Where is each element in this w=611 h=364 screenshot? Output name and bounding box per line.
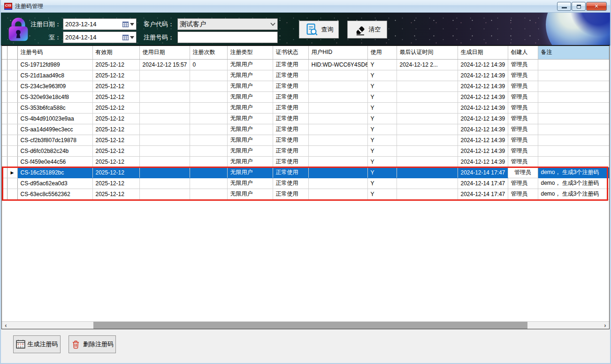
table-cell[interactable]: 2025-12-12 bbox=[92, 156, 139, 167]
table-cell[interactable]: 正常使用 bbox=[273, 81, 308, 91]
table-cell[interactable] bbox=[190, 167, 227, 178]
table-cell[interactable]: 正常使用 bbox=[273, 167, 308, 178]
table-cell[interactable]: CS-16c251892bc bbox=[17, 167, 92, 178]
table-cell[interactable] bbox=[538, 102, 609, 113]
table-cell[interactable] bbox=[308, 113, 367, 124]
table-cell[interactable]: CS-cf2b3f807dc19878 bbox=[17, 135, 92, 145]
table-cell[interactable] bbox=[397, 70, 458, 81]
table-cell[interactable]: Y bbox=[367, 91, 397, 102]
column-header-生成日期[interactable]: 生成日期 bbox=[458, 46, 508, 59]
table-cell[interactable]: 2024-12-12 14:39 bbox=[458, 145, 508, 156]
table-cell[interactable]: 2025-12-12 bbox=[92, 189, 139, 199]
table-cell[interactable] bbox=[397, 102, 458, 113]
table-cell[interactable]: CS-19712fd989 bbox=[17, 59, 92, 70]
table-cell[interactable] bbox=[190, 156, 227, 167]
table-cell[interactable]: 2024-12-12 2... bbox=[397, 59, 458, 70]
table-cell[interactable]: demo， 生成3个注册码 bbox=[538, 189, 609, 199]
table-row[interactable]: CS-f459e0e44c562025-12-12无限用户正常使用Y2024-1… bbox=[2, 156, 609, 167]
table-cell[interactable]: 管理员 bbox=[508, 135, 538, 145]
table-cell[interactable] bbox=[308, 145, 367, 156]
table-cell[interactable] bbox=[308, 124, 367, 135]
table-cell[interactable]: 正常使用 bbox=[273, 102, 308, 113]
table-cell[interactable]: 2025-12-12 bbox=[92, 81, 139, 91]
table-cell[interactable] bbox=[139, 124, 190, 135]
table-cell[interactable]: Y bbox=[367, 189, 397, 199]
table-cell[interactable]: 管理员 bbox=[508, 156, 538, 167]
reg-number-input[interactable] bbox=[180, 32, 275, 43]
table-cell[interactable]: 2024-12-14 17:47 bbox=[458, 178, 508, 189]
table-cell[interactable]: 正常使用 bbox=[273, 145, 308, 156]
table-cell[interactable]: 管理员 bbox=[508, 178, 538, 189]
table-cell[interactable] bbox=[139, 102, 190, 113]
column-header-证书状态[interactable]: 证书状态 bbox=[273, 46, 308, 59]
table-cell[interactable] bbox=[190, 124, 227, 135]
table-cell[interactable] bbox=[397, 167, 458, 178]
table-cell[interactable] bbox=[308, 156, 367, 167]
table-cell[interactable]: Y bbox=[367, 70, 397, 81]
table-cell[interactable]: 2024-12-12 14:39 bbox=[458, 70, 508, 81]
table-cell[interactable]: CS-4b4d910023e9aa bbox=[17, 113, 92, 124]
table-cell[interactable] bbox=[308, 167, 367, 178]
table-cell[interactable]: 0 bbox=[190, 59, 227, 70]
table-cell[interactable] bbox=[190, 189, 227, 199]
table-cell[interactable] bbox=[190, 70, 227, 81]
table-cell[interactable]: 正常使用 bbox=[273, 124, 308, 135]
table-cell[interactable]: 管理员 bbox=[508, 102, 538, 113]
table-cell[interactable] bbox=[139, 167, 190, 178]
date-from-field[interactable]: 2023-12-14 bbox=[63, 18, 137, 30]
table-cell[interactable]: CS-21d1aad49c8 bbox=[17, 70, 92, 81]
column-header-用户HID[interactable]: 用户HID bbox=[308, 46, 367, 59]
customer-code-select[interactable]: 测试客户 bbox=[177, 18, 278, 30]
table-cell[interactable]: 2024-12-12 14:39 bbox=[458, 124, 508, 135]
table-cell[interactable]: 无限用户 bbox=[227, 135, 273, 145]
table-cell[interactable]: 2025-12-12 bbox=[92, 91, 139, 102]
table-cell[interactable]: 正常使用 bbox=[273, 189, 308, 199]
table-cell[interactable] bbox=[308, 81, 367, 91]
maximize-button[interactable] bbox=[572, 2, 586, 11]
table-cell[interactable]: 无限用户 bbox=[227, 124, 273, 135]
horizontal-scrollbar[interactable]: ‹ › bbox=[2, 321, 609, 329]
table-row[interactable]: CS-d95ac62ea0d32025-12-12无限用户正常使用Y2024-1… bbox=[2, 178, 609, 189]
query-button[interactable]: 查询 bbox=[299, 21, 339, 38]
table-cell[interactable]: HID:WD-WCC6Y4SD6A... bbox=[308, 59, 367, 70]
delete-code-button[interactable]: 删除注册码 bbox=[69, 335, 116, 353]
table-cell[interactable] bbox=[308, 189, 367, 199]
table-cell[interactable]: 管理员 bbox=[508, 70, 538, 81]
column-header-有效期[interactable]: 有效期 bbox=[92, 46, 139, 59]
table-cell[interactable]: 2024-12-12 14:39 bbox=[458, 135, 508, 145]
table-cell[interactable]: 无限用户 bbox=[227, 167, 273, 178]
table-cell[interactable] bbox=[139, 113, 190, 124]
column-header-注册号码[interactable]: 注册号码 bbox=[17, 46, 92, 59]
table-row[interactable]: CS-d6fc02b82c24b2025-12-12无限用户正常使用Y2024-… bbox=[2, 145, 609, 156]
table-cell[interactable]: CS-d6fc02b82c24b bbox=[17, 145, 92, 156]
table-cell[interactable]: CS-d95ac62ea0d3 bbox=[17, 178, 92, 189]
table-cell[interactable] bbox=[139, 145, 190, 156]
scroll-left-arrow[interactable]: ‹ bbox=[2, 322, 10, 329]
column-header-使用日期[interactable]: 使用日期 bbox=[139, 46, 190, 59]
table-cell[interactable]: 管理员 bbox=[508, 167, 538, 178]
table-cell[interactable]: CS-aa14d499ec3ecc bbox=[17, 124, 92, 135]
table-cell[interactable] bbox=[538, 124, 609, 135]
table-cell[interactable] bbox=[397, 156, 458, 167]
scroll-right-arrow[interactable]: › bbox=[601, 322, 609, 329]
table-cell[interactable] bbox=[397, 113, 458, 124]
table-row[interactable]: CS-aa14d499ec3ecc2025-12-12无限用户正常使用Y2024… bbox=[2, 124, 609, 135]
table-cell[interactable]: 2024-12-12 15:57 bbox=[139, 59, 190, 70]
table-cell[interactable]: 无限用户 bbox=[227, 81, 273, 91]
table-cell[interactable] bbox=[139, 70, 190, 81]
table-cell[interactable]: 无限用户 bbox=[227, 91, 273, 102]
table-cell[interactable]: 2025-12-12 bbox=[92, 59, 139, 70]
table-cell[interactable]: CS-234c3e963f09 bbox=[17, 81, 92, 91]
table-cell[interactable] bbox=[538, 135, 609, 145]
column-header-注册次数[interactable]: 注册次数 bbox=[190, 46, 227, 59]
table-cell[interactable] bbox=[538, 156, 609, 167]
table-cell[interactable] bbox=[308, 178, 367, 189]
table-cell[interactable] bbox=[190, 145, 227, 156]
table-cell[interactable]: 2024-12-14 17:47 bbox=[458, 189, 508, 199]
table-cell[interactable]: 2025-12-12 bbox=[92, 145, 139, 156]
table-cell[interactable] bbox=[538, 145, 609, 156]
table-cell[interactable]: 无限用户 bbox=[227, 156, 273, 167]
table-cell[interactable]: 2024-12-12 14:39 bbox=[458, 91, 508, 102]
table-cell[interactable]: 2025-12-12 bbox=[92, 167, 139, 178]
table-cell[interactable] bbox=[308, 70, 367, 81]
